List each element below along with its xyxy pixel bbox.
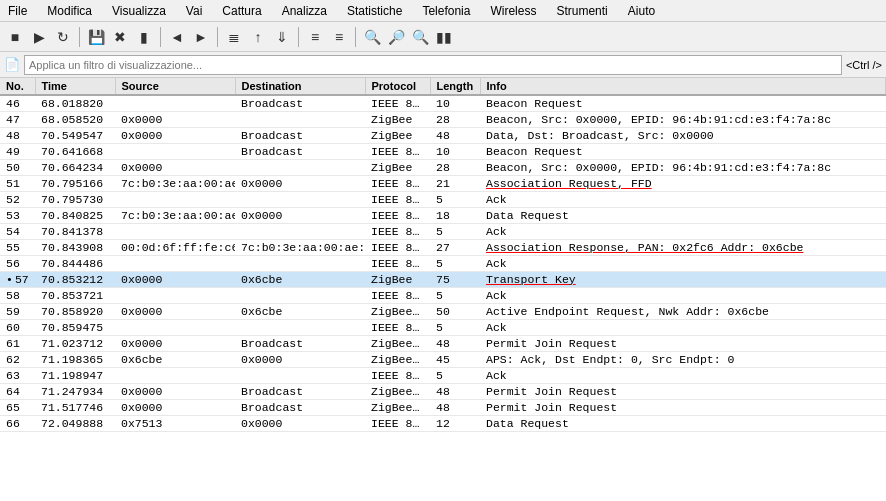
cell-dest: Broadcast — [235, 128, 365, 144]
table-row[interactable]: 6271.1983650x6cbe0x0000ZigBee…45APS: Ack… — [0, 352, 886, 368]
cell-proto: IEEE 8… — [365, 144, 430, 160]
cell-proto: ZigBee — [365, 112, 430, 128]
toolbar-sep-4 — [298, 27, 299, 47]
cell-len: 10 — [430, 144, 480, 160]
toolbar-btn-zoom-out[interactable]: 🔎 — [385, 26, 407, 48]
menu-visualizza[interactable]: Visualizza — [108, 3, 170, 19]
menu-telefonia[interactable]: Telefonia — [418, 3, 474, 19]
cell-source — [115, 95, 235, 112]
cell-proto: ZigBee… — [365, 384, 430, 400]
cell-source: 7c:b0:3e:aa:00:ae:3… — [115, 176, 235, 192]
table-row[interactable]: 5970.8589200x00000x6cbeZigBee…50Active E… — [0, 304, 886, 320]
toolbar-btn-zoom-reset[interactable]: 🔍 — [409, 26, 431, 48]
cell-info: Ack — [480, 224, 886, 240]
toolbar-btn-copy[interactable]: ✖ — [109, 26, 131, 48]
cell-info: APS: Ack, Dst Endpt: 0, Src Endpt: 0 — [480, 352, 886, 368]
cell-no: 53 — [0, 208, 35, 224]
toolbar-btn-filter3[interactable]: ⇓ — [271, 26, 293, 48]
cell-source: 0x6cbe — [115, 352, 235, 368]
cell-proto: ZigBee… — [365, 400, 430, 416]
cell-dest: 0x0000 — [235, 208, 365, 224]
menu-modifica[interactable]: Modifica — [43, 3, 96, 19]
cell-info: Association Request, FFD — [480, 176, 886, 192]
toolbar-sep-5 — [355, 27, 356, 47]
toolbar-btn-zoom-in[interactable]: 🔍 — [361, 26, 383, 48]
table-row[interactable]: 4870.5495470x0000BroadcastZigBee48Data, … — [0, 128, 886, 144]
cell-source — [115, 144, 235, 160]
menu-file[interactable]: File — [4, 3, 31, 19]
cell-time: 68.058520 — [35, 112, 115, 128]
toolbar-btn-filter1[interactable]: ≣ — [223, 26, 245, 48]
cell-len: 5 — [430, 368, 480, 384]
cell-no: 47 — [0, 112, 35, 128]
toolbar-btn-filter2[interactable]: ↑ — [247, 26, 269, 48]
menu-strumenti[interactable]: Strumenti — [552, 3, 611, 19]
toolbar-btn-align1[interactable]: ≡ — [304, 26, 326, 48]
table-row[interactable]: 6471.2479340x0000BroadcastZigBee…48Permi… — [0, 384, 886, 400]
toolbar-btn-align2[interactable]: ≡ — [328, 26, 350, 48]
cell-source: 00:0d:6f:ff:fe:c6:7… — [115, 240, 235, 256]
table-row[interactable]: 4970.641668BroadcastIEEE 8…10Beacon Requ… — [0, 144, 886, 160]
cell-info: Data, Dst: Broadcast, Src: 0x0000 — [480, 128, 886, 144]
filter-input[interactable] — [24, 55, 842, 75]
cell-time: 68.018820 — [35, 95, 115, 112]
table-row[interactable]: 5570.84390800:0d:6f:ff:fe:c6:7…7c:b0:3e:… — [0, 240, 886, 256]
cell-proto: IEEE 8… — [365, 95, 430, 112]
cell-time: 71.023712 — [35, 336, 115, 352]
cell-source: 0x7513 — [115, 416, 235, 432]
table-row[interactable]: 6571.5177460x0000BroadcastZigBee…48Permi… — [0, 400, 886, 416]
col-header-length: Length — [430, 78, 480, 95]
toolbar-btn-findnext[interactable]: ► — [190, 26, 212, 48]
toolbar-btn-save[interactable]: 💾 — [85, 26, 107, 48]
cell-time: 70.843908 — [35, 240, 115, 256]
table-row[interactable]: 5170.7951667c:b0:3e:aa:00:ae:3…0x0000IEE… — [0, 176, 886, 192]
cell-info: Permit Join Request — [480, 336, 886, 352]
table-row[interactable]: 5070.6642340x0000ZigBee28Beacon, Src: 0x… — [0, 160, 886, 176]
cell-source — [115, 288, 235, 304]
cell-dest: Broadcast — [235, 400, 365, 416]
toolbar-btn-more[interactable]: ▮▮ — [433, 26, 455, 48]
table-row[interactable]: 6371.198947IEEE 8…5Ack — [0, 368, 886, 384]
cell-no: 64 — [0, 384, 35, 400]
cell-no: 59 — [0, 304, 35, 320]
table-row[interactable]: 5770.8532120x00000x6cbeZigBee75Transport… — [0, 272, 886, 288]
cell-proto: IEEE 8… — [365, 240, 430, 256]
cell-len: 5 — [430, 192, 480, 208]
table-row[interactable]: 5670.844486IEEE 8…5Ack — [0, 256, 886, 272]
table-row[interactable]: 6672.0498880x75130x0000IEEE 8…12Data Req… — [0, 416, 886, 432]
menu-statistiche[interactable]: Statistiche — [343, 3, 406, 19]
toolbar-sep-3 — [217, 27, 218, 47]
cell-time: 70.858920 — [35, 304, 115, 320]
table-row[interactable]: 6171.0237120x0000BroadcastZigBee…48Permi… — [0, 336, 886, 352]
table-row[interactable]: 5870.853721IEEE 8…5Ack — [0, 288, 886, 304]
filter-bar: 📄 <Ctrl /> — [0, 52, 886, 78]
toolbar-btn-new[interactable]: ■ — [4, 26, 26, 48]
cell-source: 0x0000 — [115, 128, 235, 144]
cell-len: 5 — [430, 224, 480, 240]
menu-analizza[interactable]: Analizza — [278, 3, 331, 19]
menu-vai[interactable]: Vai — [182, 3, 206, 19]
cell-source: 0x0000 — [115, 336, 235, 352]
menu-bar: File Modifica Visualizza Vai Cattura Ana… — [0, 0, 886, 22]
toolbar-btn-open[interactable]: ▶ — [28, 26, 50, 48]
cell-dest — [235, 112, 365, 128]
toolbar-btn-close[interactable]: ↻ — [52, 26, 74, 48]
toolbar-btn-find[interactable]: ◄ — [166, 26, 188, 48]
table-row[interactable]: 4768.0585200x0000ZigBee28Beacon, Src: 0x… — [0, 112, 886, 128]
table-row[interactable]: 5470.841378IEEE 8…5Ack — [0, 224, 886, 240]
table-row[interactable]: 5370.8408257c:b0:3e:aa:00:ae:3…0x0000IEE… — [0, 208, 886, 224]
cell-source — [115, 192, 235, 208]
cell-dest: 7c:b0:3e:aa:00:ae:3… — [235, 240, 365, 256]
cell-no: 51 — [0, 176, 35, 192]
menu-wireless[interactable]: Wireless — [486, 3, 540, 19]
table-row[interactable]: 5270.795730IEEE 8…5Ack — [0, 192, 886, 208]
cell-no: 52 — [0, 192, 35, 208]
menu-aiuto[interactable]: Aiuto — [624, 3, 659, 19]
cell-time: 71.198947 — [35, 368, 115, 384]
table-row[interactable]: 4668.018820BroadcastIEEE 8…10Beacon Requ… — [0, 95, 886, 112]
table-row[interactable]: 6070.859475IEEE 8…5Ack — [0, 320, 886, 336]
toolbar-btn-paste[interactable]: ▮ — [133, 26, 155, 48]
cell-proto: IEEE 8… — [365, 176, 430, 192]
menu-cattura[interactable]: Cattura — [218, 3, 265, 19]
cell-no: 54 — [0, 224, 35, 240]
